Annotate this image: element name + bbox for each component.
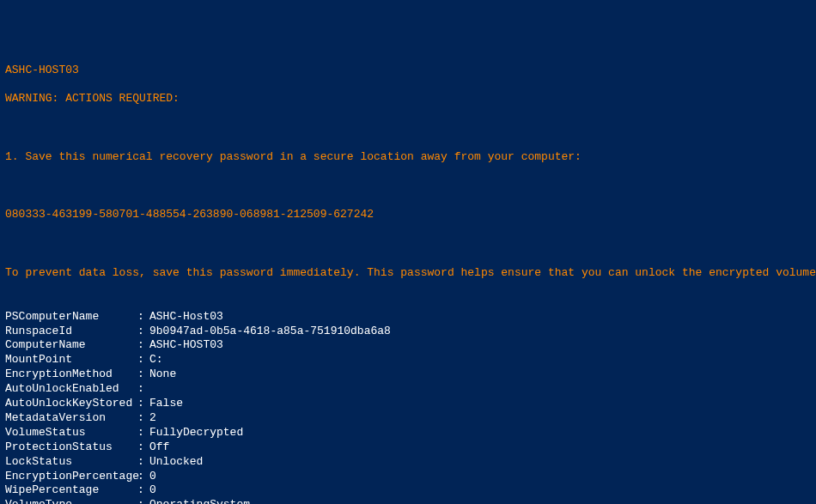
blank-line-2 [5, 179, 811, 194]
property-value: None [149, 367, 176, 382]
property-separator: : [137, 440, 149, 455]
property-line: VolumeType:OperatingSystem [5, 498, 811, 504]
instruction-line: 1. Save this numerical recovery password… [5, 150, 811, 165]
property-key: ProtectionStatus [5, 440, 137, 455]
property-line: ProtectionStatus:Off [5, 440, 811, 455]
property-value: OperatingSystem [149, 498, 250, 504]
blank-line-3 [5, 237, 811, 252]
blank-line-1 [5, 121, 811, 136]
property-value: 0 [149, 470, 156, 484]
hostname-line: ASHC-HOST03 [5, 64, 811, 78]
property-separator: : [137, 338, 149, 353]
output-blocks: PSComputerName:ASHC-Host03RunspaceId:9b0… [5, 310, 811, 504]
property-separator: : [137, 470, 149, 484]
property-line: MetadataVersion:2 [5, 411, 811, 426]
property-separator: : [137, 397, 149, 411]
property-value: False [149, 397, 183, 411]
property-key: MountPoint [5, 353, 137, 367]
warning-label: WARNING: ACTIONS REQUIRED: [5, 92, 811, 106]
property-separator: : [137, 498, 149, 504]
property-line: AutoUnlockEnabled: [5, 382, 811, 397]
property-line: RunspaceId:9b0947ad-0b5a-4618-a85a-75191… [5, 325, 811, 339]
property-key: MetadataVersion [5, 411, 137, 426]
property-line: AutoUnlockKeyStored:False [5, 397, 811, 411]
property-line: ComputerName:ASHC-HOST03 [5, 338, 811, 353]
property-line: WipePercentage:0 [5, 483, 811, 498]
property-separator: : [137, 483, 149, 498]
property-line: PSComputerName:ASHC-Host03 [5, 310, 811, 325]
property-line: EncryptionMethod:None [5, 367, 811, 382]
property-key: WipePercentage [5, 483, 137, 498]
property-separator: : [137, 325, 149, 339]
save-notice: To prevent data loss, save this password… [5, 266, 811, 281]
property-value: 2 [149, 411, 156, 426]
property-key: RunspaceId [5, 325, 137, 339]
property-value: FullyDecrypted [149, 426, 243, 440]
property-value: ASHC-Host03 [149, 310, 223, 325]
property-value: 9b0947ad-0b5a-4618-a85a-751910dba6a8 [149, 325, 391, 339]
property-separator: : [137, 367, 149, 382]
property-line: VolumeStatus:FullyDecrypted [5, 426, 811, 440]
property-value: Unlocked [149, 455, 203, 470]
property-value: C: [149, 353, 163, 367]
property-key: LockStatus [5, 455, 137, 470]
property-key: VolumeType [5, 498, 137, 504]
property-separator: : [137, 353, 149, 367]
property-value: ASHC-HOST03 [149, 338, 223, 353]
property-key: AutoUnlockKeyStored [5, 397, 137, 411]
property-separator: : [137, 382, 149, 397]
property-separator: : [137, 455, 149, 470]
property-line: MountPoint:C: [5, 353, 811, 367]
property-value: 0 [149, 483, 156, 498]
property-key: PSComputerName [5, 310, 137, 325]
property-value: Off [149, 440, 169, 455]
property-separator: : [137, 310, 149, 325]
property-key: VolumeStatus [5, 426, 137, 440]
property-line: LockStatus:Unlocked [5, 455, 811, 470]
property-key: EncryptionPercentage [5, 470, 137, 484]
property-line: EncryptionPercentage:0 [5, 470, 811, 484]
property-key: ComputerName [5, 338, 137, 353]
property-separator: : [137, 411, 149, 426]
property-key: EncryptionMethod [5, 367, 137, 382]
property-separator: : [137, 426, 149, 440]
property-key: AutoUnlockEnabled [5, 382, 137, 397]
recovery-password: 080333-463199-580701-488554-263890-06898… [5, 208, 811, 222]
